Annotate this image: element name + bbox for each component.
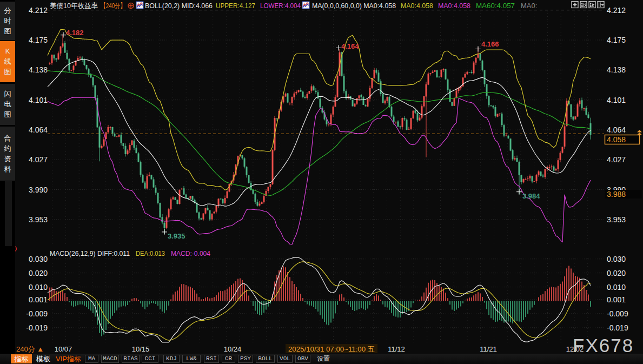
svg-text:3.988: 3.988 — [607, 190, 626, 198]
svg-text:4.164: 4.164 — [341, 42, 359, 50]
svg-text:10/15: 10/15 — [132, 345, 150, 353]
svg-text:4.064: 4.064 — [607, 125, 626, 134]
svg-text:MA0:4.058: MA0:4.058 — [438, 2, 470, 10]
svg-text:0.001: 0.001 — [29, 295, 48, 304]
svg-text:MA60:4.057: MA60:4.057 — [476, 2, 515, 10]
svg-text:12/02: 12/02 — [566, 345, 584, 353]
svg-text:-0.019: -0.019 — [26, 323, 48, 332]
svg-text:10/24: 10/24 — [224, 345, 242, 353]
svg-text:0.030: 0.030 — [607, 255, 626, 263]
svg-text:4.166: 4.166 — [481, 40, 499, 48]
svg-text:0.020: 0.020 — [607, 269, 626, 277]
svg-text:240分 ▲: 240分 ▲ — [16, 345, 44, 353]
svg-text:LOWER:4.004: LOWER:4.004 — [260, 2, 301, 10]
svg-text:0.020: 0.020 — [29, 269, 48, 277]
svg-text:MA0:: MA0: — [521, 2, 537, 10]
svg-text:4.212: 4.212 — [29, 6, 48, 15]
svg-text:MA(0,0,0,60,0,0) MA0:4.058: MA(0,0,0,60,0,0) MA0:4.058 — [312, 2, 396, 10]
svg-text:4.027: 4.027 — [607, 155, 626, 164]
svg-text:MACD(26,12,9) DIFF:0.011: MACD(26,12,9) DIFF:0.011 — [50, 249, 130, 257]
svg-text:BOLL(20,2) MID:4.066: BOLL(20,2) MID:4.066 — [145, 2, 213, 10]
svg-text:4.101: 4.101 — [607, 96, 626, 104]
svg-text:4.138: 4.138 — [29, 65, 48, 74]
svg-text:4.182: 4.182 — [66, 29, 84, 37]
svg-text:美债10年收益率: 美债10年收益率 — [50, 2, 98, 10]
svg-text:2025/10/31 07:00~11:00 五: 2025/10/31 07:00~11:00 五 — [288, 345, 375, 353]
svg-text:4.101: 4.101 — [29, 96, 48, 104]
svg-text:MACD:-0.004: MACD:-0.004 — [171, 249, 210, 257]
svg-text:11/21: 11/21 — [480, 345, 497, 353]
svg-text:【240分】: 【240分】 — [101, 2, 125, 10]
svg-text:4.175: 4.175 — [29, 36, 48, 44]
svg-text:11/12: 11/12 — [388, 345, 405, 353]
svg-text:4.212: 4.212 — [607, 6, 626, 15]
svg-text:0.030: 0.030 — [29, 255, 48, 263]
svg-text:-0.009: -0.009 — [607, 309, 628, 318]
svg-text:3.953: 3.953 — [29, 215, 48, 224]
svg-text:DEA:0.013: DEA:0.013 — [136, 249, 165, 257]
svg-text:0.001: 0.001 — [607, 295, 626, 304]
svg-text:3.984: 3.984 — [522, 192, 540, 200]
svg-text:4.027: 4.027 — [29, 155, 48, 164]
svg-text:4.058: 4.058 — [607, 135, 626, 144]
svg-text:4.138: 4.138 — [607, 65, 626, 74]
svg-text:0.010: 0.010 — [29, 283, 48, 292]
svg-text:3.953: 3.953 — [607, 215, 626, 224]
svg-text:-0.019: -0.019 — [607, 323, 628, 332]
svg-text:10/07: 10/07 — [55, 345, 72, 353]
svg-text:4.064: 4.064 — [29, 125, 48, 134]
svg-text:3.990: 3.990 — [29, 186, 48, 194]
svg-text:0.010: 0.010 — [607, 283, 626, 292]
svg-text:3.935: 3.935 — [168, 232, 185, 240]
svg-text:MA0:4.058: MA0:4.058 — [401, 2, 433, 10]
svg-text:4.175: 4.175 — [607, 36, 626, 44]
svg-text:UPPER:4.127: UPPER:4.127 — [216, 2, 255, 10]
svg-text:-0.009: -0.009 — [26, 309, 48, 318]
